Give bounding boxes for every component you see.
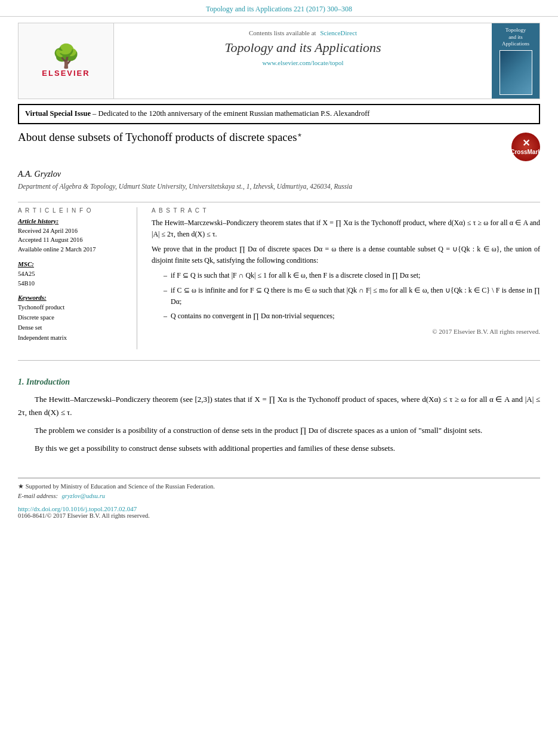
article-title-section: About dense subsets of Tychonoff product…	[18, 130, 540, 161]
intro-para-2: The problem we consider is a posibility …	[18, 424, 540, 437]
article-info-column: A R T I C L E I N F O Article history: R…	[18, 207, 137, 349]
article-history-label: Article history:	[18, 217, 130, 225]
msc-block: MSC: 54A25 54B10	[18, 260, 130, 288]
intro-para-1: The Hewitt–Marczewski–Pondiczery theorem…	[18, 393, 540, 419]
journal-url: www.elsevier.com/locate/topol	[126, 59, 480, 66]
bullet-text-3: Q contains no convergent in ∏ Dα non-tri…	[171, 311, 335, 322]
special-issue-text: – Dedicated to the 120th anniversary of …	[93, 109, 369, 118]
elsevier-tree-icon: 🌳	[42, 45, 90, 67]
accepted-date: Accepted 11 August 2016	[18, 235, 130, 245]
bullet-dash-2: –	[164, 285, 167, 308]
bullet-item-2: – if C ⊆ ω is infinite and for F ⊆ Q the…	[164, 285, 540, 308]
author-affiliation: Department of Algebra & Topology, Udmurt…	[18, 182, 540, 191]
keyword-3: Dense set	[18, 323, 130, 333]
abstract-text: The Hewitt–Marczewski–Pondiczery theorem…	[152, 217, 540, 337]
article-info-heading: A R T I C L E I N F O	[18, 207, 130, 214]
bullet-dash-1: –	[164, 270, 167, 281]
msc-code-2: 54B10	[18, 279, 130, 288]
footnote-email-line: E-mail address: gryzlov@udsu.ru	[18, 491, 540, 501]
crossmark-area[interactable]: ✕ CrossMark	[511, 133, 540, 161]
keyword-1: Tychonoff product	[18, 303, 130, 313]
sciencedirect-link[interactable]: ScienceDirect	[320, 29, 357, 36]
journal-cover-area: Topology and its Applications	[492, 23, 539, 99]
abstract-copyright: © 2017 Elsevier B.V. All rights reserved…	[152, 327, 540, 337]
keyword-4: Independent matrix	[18, 333, 130, 343]
elsevier-label: ELSEVIER	[42, 69, 90, 78]
doi-link[interactable]: http://dx.doi.org/10.1016/j.topol.2017.0…	[18, 505, 540, 512]
author-section: A.A. Gryzlov	[18, 170, 540, 179]
footnote-star-note: ★ Supported by Ministry of Education and…	[18, 482, 540, 491]
introduction-section: 1. Introduction The Hewitt–Marczewski–Po…	[18, 377, 540, 460]
bullet-text-2: if C ⊆ ω is infinite and for F ⊆ Q there…	[171, 285, 540, 308]
abstract-column: A B S T R A C T The Hewitt–Marczewski–Po…	[152, 207, 540, 349]
available-online-date: Available online 2 March 2017	[18, 245, 130, 254]
section-divider-1	[18, 202, 540, 202]
journal-full-title: Topology and its Applications	[126, 40, 480, 56]
received-date: Received 24 April 2016	[18, 226, 130, 236]
keyword-2: Discrete space	[18, 313, 130, 323]
mini-journal-title: Topology and its Applications	[502, 27, 529, 48]
article-info-abstract-section: A R T I C L E I N F O Article history: R…	[18, 207, 540, 349]
abstract-para-1: The Hewitt–Marczewski–Pondiczery theorem…	[152, 217, 540, 240]
journal-banner: 🌳 ELSEVIER Contents lists available at S…	[18, 23, 540, 99]
bullet-text-1: if F ⊆ Q is such that |F ∩ Qk| ≤ 1 for a…	[171, 270, 420, 281]
contents-available-line: Contents lists available at ScienceDirec…	[126, 29, 480, 36]
journal-title-area: Contents lists available at ScienceDirec…	[114, 23, 492, 99]
contents-prefix: Contents lists available at	[249, 29, 316, 36]
abstract-bullet-list: – if F ⊆ Q is such that |F ∩ Qk| ≤ 1 for…	[164, 270, 540, 322]
bullet-item-3: – Q contains no convergent in ∏ Dα non-t…	[164, 311, 540, 322]
bullet-dash-3: –	[164, 311, 167, 322]
abstract-para-2: We prove that in the product ∏ Dα of dis…	[152, 244, 540, 266]
introduction-heading: 1. Introduction	[18, 377, 540, 387]
bullet-item-1: – if F ⊆ Q is such that |F ∩ Qk| ≤ 1 for…	[164, 270, 540, 281]
special-issue-banner: Virtual Special Issue – Dedicated to the…	[18, 104, 540, 124]
journal-cover-image	[500, 50, 532, 95]
intro-para-3: By this we get a possibility to construc…	[18, 442, 540, 455]
msc-code-1: 54A25	[18, 269, 130, 279]
article-history-block: Article history: Received 24 April 2016 …	[18, 217, 130, 254]
journal-header: Topology and its Applications 221 (2017)…	[0, 0, 558, 17]
keywords-label: Keywords:	[18, 294, 130, 301]
article-main-title: About dense subsets of Tychonoff product…	[18, 130, 505, 145]
keywords-block: Keywords: Tychonoff product Discrete spa…	[18, 294, 130, 343]
msc-label: MSC:	[18, 260, 130, 268]
footer-rights-text: 0166-8641/© 2017 Elsevier B.V. All right…	[18, 512, 540, 519]
footnote-star-text: ★ Supported by Ministry of Education and…	[18, 483, 215, 490]
email-address[interactable]: gryzlov@udsu.ru	[62, 493, 105, 499]
elsevier-logo-area: 🌳 ELSEVIER	[19, 23, 114, 99]
email-label: E-mail address:	[18, 493, 58, 499]
journal-citation: Topology and its Applications 221 (2017)…	[206, 5, 352, 13]
crossmark-badge[interactable]: ✕ CrossMark	[511, 133, 540, 161]
footer-links: http://dx.doi.org/10.1016/j.topol.2017.0…	[18, 505, 540, 519]
footnote-area: ★ Supported by Ministry of Education and…	[18, 478, 540, 520]
author-name: A.A. Gryzlov	[18, 170, 540, 179]
special-issue-label: Virtual Special Issue	[25, 109, 91, 118]
introduction-body: The Hewitt–Marczewski–Pondiczery theorem…	[18, 393, 540, 455]
abstract-heading: A B S T R A C T	[152, 207, 540, 214]
section-divider-2	[18, 360, 540, 361]
